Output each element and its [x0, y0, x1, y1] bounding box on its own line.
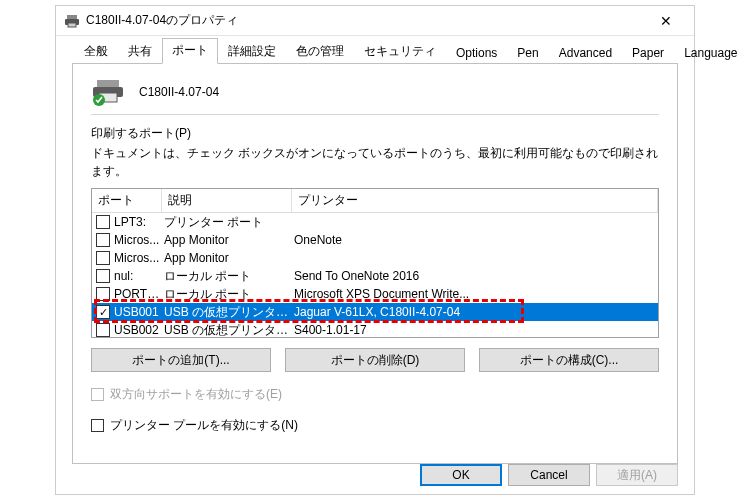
- configure-port-button[interactable]: ポートの構成(C)...: [479, 348, 659, 372]
- port-checkbox[interactable]: [96, 233, 110, 247]
- tab-options[interactable]: Options: [446, 42, 507, 64]
- close-button[interactable]: ✕: [646, 7, 686, 35]
- divider: [91, 114, 659, 115]
- port-checkbox[interactable]: ✓: [96, 305, 110, 319]
- properties-dialog: C180II-4.07-04のプロパティ ✕ 全般共有ポート詳細設定色の管理セキ…: [55, 5, 695, 495]
- port-checkbox[interactable]: [96, 215, 110, 229]
- port-row[interactable]: LPT3:プリンター ポート: [92, 213, 658, 231]
- port-name: Micros...: [114, 233, 164, 247]
- section-desc: ドキュメントは、チェック ボックスがオンになっているポートのうち、最初に利用可能…: [91, 144, 659, 180]
- section-title: 印刷するポート(P): [91, 125, 659, 142]
- port-checkbox[interactable]: [96, 323, 110, 337]
- printer-icon: [64, 13, 80, 29]
- port-row[interactable]: Micros...App Monitor: [92, 249, 658, 267]
- port-printer: Jaguar V-61LX, C180II-4.07-04: [294, 305, 658, 319]
- port-row[interactable]: PORTP...ローカル ポートMicrosoft XPS Document W…: [92, 285, 658, 303]
- port-name: USB001: [114, 305, 164, 319]
- bidir-checkbox: [91, 388, 104, 401]
- port-row[interactable]: nul:ローカル ポートSend To OneNote 2016: [92, 267, 658, 285]
- port-name: PORTP...: [114, 287, 164, 301]
- dialog-footer: OK Cancel 適用(A): [420, 464, 678, 486]
- tab-共有[interactable]: 共有: [118, 39, 162, 64]
- port-row[interactable]: ✓USB001USB の仮想プリンター ポ...Jaguar V-61LX, C…: [92, 303, 658, 321]
- tab-ポート[interactable]: ポート: [162, 38, 218, 64]
- pool-checkbox[interactable]: [91, 419, 104, 432]
- port-checkbox[interactable]: [96, 269, 110, 283]
- port-row[interactable]: USB002USB の仮想プリンター ポ...S400-1.01-17: [92, 321, 658, 338]
- col-printer[interactable]: プリンター: [292, 189, 658, 212]
- tab-pen[interactable]: Pen: [507, 42, 548, 64]
- tabstrip: 全般共有ポート詳細設定色の管理セキュリティOptionsPenAdvancedP…: [72, 40, 678, 64]
- delete-port-button[interactable]: ポートの削除(D): [285, 348, 465, 372]
- port-desc: ローカル ポート: [164, 286, 294, 303]
- tab-language[interactable]: Language: [674, 42, 747, 64]
- port-desc: ローカル ポート: [164, 268, 294, 285]
- pool-checkbox-row[interactable]: プリンター プールを有効にする(N): [91, 417, 659, 434]
- port-name: LPT3:: [114, 215, 164, 229]
- add-port-button[interactable]: ポートの追加(T)...: [91, 348, 271, 372]
- cancel-button[interactable]: Cancel: [508, 464, 590, 486]
- tab-全般[interactable]: 全般: [74, 39, 118, 64]
- port-printer: OneNote: [294, 233, 658, 247]
- port-name: Micros...: [114, 251, 164, 265]
- apply-button: 適用(A): [596, 464, 678, 486]
- tab-advanced[interactable]: Advanced: [549, 42, 622, 64]
- port-desc: USB の仮想プリンター ポ...: [164, 304, 294, 321]
- device-printer-icon: [91, 78, 127, 106]
- tab-paper[interactable]: Paper: [622, 42, 674, 64]
- bidir-checkbox-row: 双方向サポートを有効にする(E): [91, 386, 659, 403]
- svg-rect-2: [68, 23, 76, 27]
- tab-色の管理[interactable]: 色の管理: [286, 39, 354, 64]
- port-listview[interactable]: ポート 説明 プリンター LPT3:プリンター ポートMicros...App …: [91, 188, 659, 338]
- tab-ports-content: C180II-4.07-04 印刷するポート(P) ドキュメントは、チェック ボ…: [72, 64, 678, 464]
- port-desc: App Monitor: [164, 233, 294, 247]
- svg-rect-0: [67, 15, 77, 19]
- port-printer: Microsoft XPS Document Write...: [294, 287, 658, 301]
- port-desc: プリンター ポート: [164, 214, 294, 231]
- port-name: USB002: [114, 323, 164, 337]
- port-row[interactable]: Micros...App MonitorOneNote: [92, 231, 658, 249]
- window-title: C180II-4.07-04のプロパティ: [86, 12, 646, 29]
- tab-セキュリティ[interactable]: セキュリティ: [354, 39, 446, 64]
- port-name: nul:: [114, 269, 164, 283]
- port-printer: S400-1.01-17: [294, 323, 658, 337]
- col-port[interactable]: ポート: [92, 189, 162, 212]
- port-desc: App Monitor: [164, 251, 294, 265]
- port-printer: Send To OneNote 2016: [294, 269, 658, 283]
- port-checkbox[interactable]: [96, 287, 110, 301]
- col-desc[interactable]: 説明: [162, 189, 292, 212]
- svg-rect-3: [97, 80, 119, 88]
- port-list-body[interactable]: LPT3:プリンター ポートMicros...App MonitorOneNot…: [92, 213, 658, 338]
- port-checkbox[interactable]: [96, 251, 110, 265]
- port-desc: USB の仮想プリンター ポ...: [164, 322, 294, 339]
- titlebar: C180II-4.07-04のプロパティ ✕: [56, 6, 694, 36]
- port-list-header[interactable]: ポート 説明 プリンター: [92, 189, 658, 213]
- ok-button[interactable]: OK: [420, 464, 502, 486]
- pool-label: プリンター プールを有効にする(N): [110, 417, 298, 434]
- tab-詳細設定[interactable]: 詳細設定: [218, 39, 286, 64]
- device-name: C180II-4.07-04: [139, 85, 219, 99]
- bidir-label: 双方向サポートを有効にする(E): [110, 386, 282, 403]
